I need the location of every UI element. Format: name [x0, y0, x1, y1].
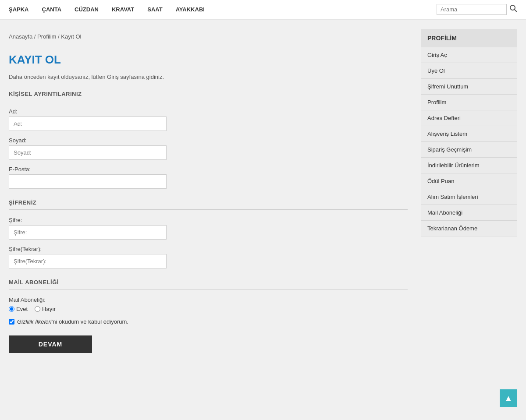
svg-point-0 [510, 5, 515, 10]
top-navigation: ŞAPKA ÇANTA CÜZDAN KRAVAT SAAT AYAKKABI [0, 0, 526, 20]
privacy-checkbox[interactable] [9, 319, 14, 325]
password-repeat-group: Şifre(Tekrar): [9, 246, 408, 268]
sidebar-box: PROFİLİM Giriş Aç Üye Ol Şifremi Unuttum… [421, 29, 517, 236]
page-title: KAYIT OL [9, 53, 408, 67]
search-area [437, 4, 517, 15]
sidebar-item-profilim[interactable]: Profilim [421, 95, 517, 110]
password-repeat-label: Şifre(Tekrar): [9, 246, 408, 252]
first-name-label: Ad: [9, 108, 408, 115]
personal-section: KİŞİSEL AYRINTILARINIZ Ad: Soyad: E-Post… [9, 91, 408, 189]
password-input[interactable] [9, 225, 167, 240]
nav-item-sapka[interactable]: ŞAPKA [9, 1, 29, 18]
nav-item-canta[interactable]: ÇANTA [42, 1, 62, 18]
sidebar-item-sifremi-unuttum[interactable]: Şifremi Unuttum [421, 79, 517, 95]
search-input[interactable] [437, 4, 507, 15]
nav-item-cuzdan[interactable]: CÜZDAN [75, 1, 99, 18]
radio-no-text: Hayır [42, 306, 56, 312]
breadcrumb-sep1: / [34, 33, 37, 40]
first-name-group: Ad: [9, 108, 408, 131]
radio-no-input[interactable] [35, 306, 40, 312]
info-text: Daha önceden kayıt olduysanız, lütfen Gi… [9, 74, 408, 80]
radio-yes-label[interactable]: Evet [9, 306, 28, 312]
email-group: E-Posta: [9, 166, 408, 189]
last-name-input[interactable] [9, 145, 167, 160]
sidebar-item-adres-defteri[interactable]: Adres Defteri [421, 110, 517, 126]
mail-section-heading: MAİL ABONELİĞİ [9, 279, 408, 289]
breadcrumb: Anasayfa / Profilim / Kayıt Ol [9, 29, 408, 44]
scroll-top-button[interactable]: ▲ [500, 389, 517, 407]
nav-bar: ŞAPKA ÇANTA CÜZDAN KRAVAT SAAT AYAKKABI [0, 0, 526, 19]
email-input[interactable] [9, 174, 167, 189]
privacy-checkbox-group: Gizlilik İlkeleri'ni okudum ve kabul edi… [9, 318, 408, 325]
main-wrapper: Anasayfa / Profilim / Kayıt Ol KAYIT OL … [0, 20, 526, 371]
password-label: Şifre: [9, 217, 408, 223]
nav-item-saat[interactable]: SAAT [147, 1, 162, 18]
sidebar-title: PROFİLİM [421, 29, 517, 47]
breadcrumb-home[interactable]: Anasayfa [9, 33, 32, 40]
privacy-label[interactable]: Gizlilik İlkeleri'ni okudum ve kabul edi… [17, 318, 128, 325]
nav-items-container: ŞAPKA ÇANTA CÜZDAN KRAVAT SAAT AYAKKABI [9, 1, 437, 18]
radio-group: Evet Hayır [9, 306, 408, 312]
password-repeat-input[interactable] [9, 254, 167, 268]
sidebar-item-tekrarlanan-odeme[interactable]: Tekrarlanan Ödeme [421, 221, 517, 236]
privacy-text-suffix: 'ni okudum ve kabul ediyorum. [52, 318, 128, 325]
first-name-input[interactable] [9, 116, 167, 131]
sidebar-item-alim-satim[interactable]: Alım Satım İşlemleri [421, 189, 517, 205]
mail-section: MAİL ABONELİĞİ Mail Aboneliği: Evet Hayı… [9, 279, 408, 325]
radio-yes-text: Evet [16, 306, 28, 312]
svg-line-1 [515, 10, 517, 12]
privacy-link[interactable]: Gizlilik İlkeleri [17, 318, 52, 325]
breadcrumb-current: Kayıt Ol [61, 33, 81, 40]
mail-subscription-group: Mail Aboneliği: Evet Hayır [9, 296, 408, 312]
search-icon-button[interactable] [509, 4, 517, 14]
content-area: Anasayfa / Profilim / Kayıt Ol KAYIT OL … [9, 29, 421, 353]
submit-button[interactable]: DEVAM [9, 335, 92, 353]
sidebar-item-siparis-gecmisim[interactable]: Sipariş Geçmişim [421, 142, 517, 158]
sidebar-item-giris-ac[interactable]: Giriş Aç [421, 47, 517, 63]
personal-section-heading: KİŞİSEL AYRINTILARINIZ [9, 91, 408, 101]
mail-subscription-label: Mail Aboneliği: [9, 296, 408, 303]
password-section-heading: ŞİFRENİZ [9, 199, 408, 210]
breadcrumb-profilim[interactable]: Profilim [37, 33, 56, 40]
password-section: ŞİFRENİZ Şifre: Şifre(Tekrar): [9, 199, 408, 268]
last-name-label: Soyad: [9, 137, 408, 144]
sidebar-item-alisveris-listem[interactable]: Alışveriş Listem [421, 126, 517, 142]
radio-yes-input[interactable] [9, 306, 14, 312]
radio-no-label[interactable]: Hayır [35, 306, 56, 312]
sidebar: PROFİLİM Giriş Aç Üye Ol Şifremi Unuttum… [421, 29, 517, 353]
sidebar-item-uye-ol[interactable]: Üye Ol [421, 63, 517, 79]
sidebar-item-mail-aboneligi[interactable]: Mail Aboneliği [421, 205, 517, 221]
sidebar-item-indirilebilir-urunlerim[interactable]: İndirilebilir Ürünlerim [421, 158, 517, 173]
password-group: Şifre: [9, 217, 408, 240]
nav-item-ayakkabi[interactable]: AYAKKABI [176, 1, 205, 18]
nav-item-kravat[interactable]: KRAVAT [112, 1, 134, 18]
last-name-group: Soyad: [9, 137, 408, 160]
search-icon [509, 4, 517, 12]
email-label: E-Posta: [9, 166, 408, 173]
sidebar-item-odul-puan[interactable]: Ödül Puan [421, 173, 517, 189]
